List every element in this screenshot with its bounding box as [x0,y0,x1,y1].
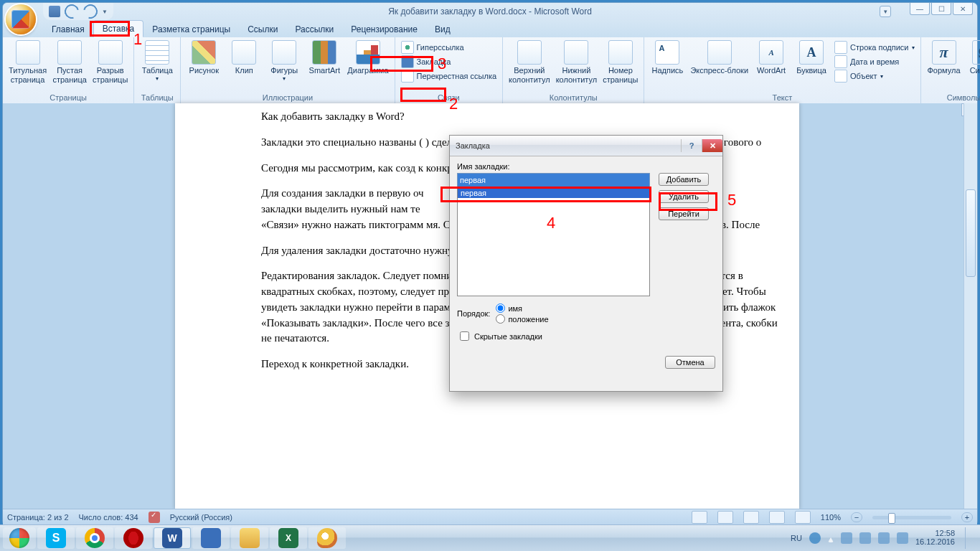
tab-view[interactable]: Вид [426,22,459,37]
footer-button[interactable]: Нижний колонтитул [553,39,600,85]
quickparts-button[interactable]: Экспресс-блоки [687,39,751,77]
tab-review[interactable]: Рецензирование [342,22,426,37]
bookmark-name-input[interactable] [457,173,650,187]
object-button[interactable]: Объект ▾ [831,69,917,83]
bookmark-button[interactable]: Закладка [398,55,454,69]
scroll-thumb[interactable] [966,189,976,277]
zoom-level[interactable]: 110% [821,513,841,522]
minimize-button[interactable]: — [910,3,930,15]
tray-icon[interactable] [828,534,834,542]
goto-button[interactable]: Перейти [659,207,709,220]
bookmark-icon [401,55,414,68]
page-break-button[interactable]: Разрыв страницы [90,39,131,85]
zoom-knob[interactable] [888,513,895,524]
taskbar-chrome[interactable] [76,527,113,549]
group-tables-label: Таблицы [137,92,177,103]
cancel-button[interactable]: Отмена [665,356,715,369]
view-print-layout[interactable] [692,511,707,524]
list-item[interactable]: первая [458,188,649,198]
taskbar-skype[interactable]: S [37,527,75,549]
page-number-button[interactable]: Номер страницы [600,39,641,85]
blank-page-icon [57,40,82,65]
undo-icon[interactable] [62,1,81,21]
picture-button[interactable]: Рисунок [184,39,224,77]
bookmark-list[interactable]: первая [457,187,650,296]
add-button[interactable]: Добавить [659,173,709,186]
status-bar: Страница: 2 из 2 Число слов: 434 ✓ Русск… [3,509,977,525]
blank-page-button[interactable]: Пустая страница [50,39,90,85]
status-page[interactable]: Страница: 2 из 2 [7,513,69,522]
taskbar-opera[interactable] [115,527,152,549]
tray-language[interactable]: RU [791,534,802,542]
taskbar-save[interactable] [192,527,230,549]
group-symbols: πФормула ΩСимвол Символы [921,37,981,103]
name-label: Имя закладки: [457,162,715,171]
zoom-out-button[interactable]: − [851,512,862,522]
office-button[interactable] [6,4,36,34]
hyperlink-button[interactable]: Гиперссылка [398,40,467,55]
dialog-titlebar[interactable]: Закладка ? ✕ [450,136,722,156]
taskbar-paint[interactable] [308,527,346,549]
status-words[interactable]: Число слов: 434 [79,513,138,522]
status-language[interactable]: Русский (Россия) [170,513,232,522]
dropcap-button[interactable]: AБуквица [791,39,831,77]
shapes-button[interactable]: Фигуры▾ [264,39,304,83]
clip-button[interactable]: Клип [224,39,264,77]
action-center-icon[interactable] [809,532,821,544]
table-button[interactable]: Таблица▾ [137,39,177,83]
symbol-button[interactable]: ΩСимвол [964,39,981,77]
formula-button[interactable]: πФормула [924,39,964,77]
ribbon-tabs: Главная Вставка Разметка страницы Ссылки… [3,20,977,37]
sigline-icon [834,41,847,54]
dialog-close-button[interactable]: ✕ [702,139,722,152]
tray-icon-2[interactable] [878,532,890,544]
taskbar-explorer[interactable] [231,527,268,549]
ribbon-help-icon[interactable]: ▾ [880,6,891,17]
crossref-button[interactable]: Перекрестная ссылка [398,69,500,83]
chrome-icon [85,528,105,548]
sort-by-position[interactable]: положение [496,314,548,324]
vertical-scrollbar[interactable] [963,103,977,509]
network-icon[interactable] [841,532,852,544]
save-icon[interactable] [49,6,60,17]
sigline-button[interactable]: Строка подписи ▾ [831,40,917,55]
volume-icon[interactable] [859,532,871,544]
folder-icon [240,528,260,548]
proofing-icon[interactable]: ✓ [149,512,160,523]
zoom-in-button[interactable]: + [961,512,973,522]
qat-dropdown-icon[interactable]: ▼ [102,9,108,15]
dialog-help-button[interactable]: ? [681,139,702,152]
start-button[interactable] [3,527,36,549]
tab-insert[interactable]: Вставка [93,20,144,37]
textbox-button[interactable]: AНадпись [647,39,687,77]
tray-icon-3[interactable] [897,532,908,544]
tab-mailings[interactable]: Рассылки [286,22,342,37]
tab-home[interactable]: Главная [43,22,93,37]
zoom-slider[interactable] [872,516,951,519]
delete-button[interactable]: Удалить [659,190,709,203]
view-draft[interactable] [795,511,811,524]
taskbar-excel[interactable]: X [270,527,307,549]
smartart-button[interactable]: SmartArt [304,39,344,77]
datetime-button[interactable]: Дата и время [831,55,917,69]
view-web[interactable] [743,511,759,524]
close-button[interactable]: ✕ [953,3,973,15]
header-button[interactable]: Верхний колонтитул [506,39,553,85]
maximize-button[interactable]: ☐ [931,3,951,15]
page-break-icon [98,40,123,65]
taskbar-word[interactable]: W [154,527,191,549]
hidden-bookmarks-check[interactable]: Скрытые закладки [457,329,715,343]
show-desktop-button[interactable] [965,527,973,549]
view-full-screen[interactable] [717,511,733,524]
dialog-body: Имя закладки: первая Добавить Удалить Пе… [450,156,722,375]
wordart-button[interactable]: AWordArt [751,39,791,77]
view-outline[interactable] [769,511,785,524]
title-page-button[interactable]: Титульная страница [6,39,50,85]
sort-by-name[interactable]: имя [496,303,548,313]
tab-layout[interactable]: Разметка страницы [143,22,239,37]
tab-references[interactable]: Ссылки [239,22,286,37]
chart-button[interactable]: Диаграмма [344,39,391,77]
group-symbols-label: Символы [924,92,981,103]
taskbar-clock[interactable]: 12:58 16.12.2016 [915,529,955,546]
redo-icon[interactable] [80,1,100,21]
